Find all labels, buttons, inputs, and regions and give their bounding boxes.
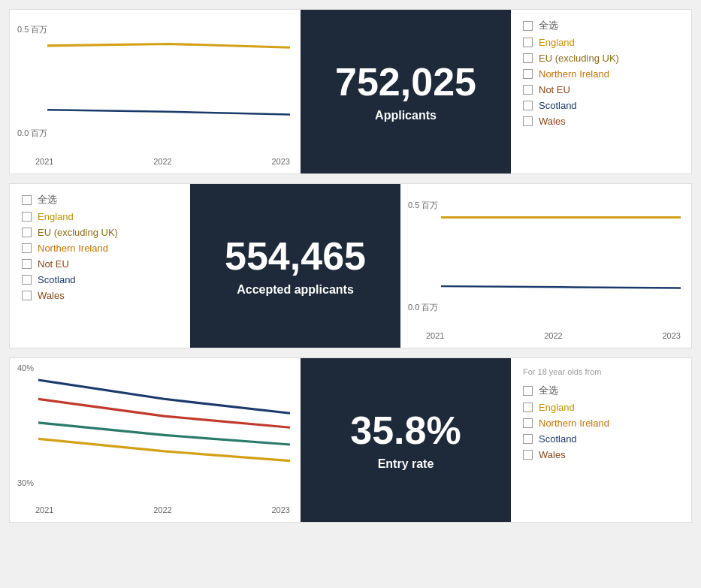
- legend-scotland-2[interactable]: Scotland: [22, 274, 178, 285]
- label-select-all-1: 全选: [539, 19, 558, 32]
- chart-area-2: 0.5 百万 0.0 百万: [408, 185, 681, 330]
- label-not-eu-1: Not EU: [539, 84, 570, 95]
- checkbox-northern-ireland-1[interactable]: [523, 69, 533, 79]
- legend-eu-1[interactable]: EU (excluding UK): [523, 53, 679, 64]
- stat-number-3: 35.8%: [350, 409, 461, 452]
- x-label-2023-1: 2023: [272, 157, 290, 166]
- legend-not-eu-1[interactable]: Not EU: [523, 84, 679, 95]
- label-wales-1: Wales: [539, 116, 566, 127]
- legend-england-2[interactable]: England: [22, 211, 178, 222]
- checkbox-wales-1[interactable]: [523, 116, 533, 126]
- y-label-low-2: 0.0 百万: [408, 302, 438, 313]
- checkbox-scotland-3[interactable]: [523, 434, 533, 444]
- x-label-2021-2: 2021: [426, 331, 444, 340]
- stat-number-2: 554,465: [225, 235, 366, 278]
- x-label-2022-2: 2022: [544, 331, 562, 340]
- x-label-2022-1: 2022: [153, 157, 171, 166]
- for-label-3: For 18 year olds from: [523, 367, 679, 376]
- legend-northern-ireland-3[interactable]: Northern Ireland: [523, 418, 679, 429]
- label-select-all-2: 全选: [38, 193, 57, 207]
- legend-select-all-3[interactable]: 全选: [523, 384, 679, 397]
- y-label-low-3: 30%: [17, 478, 34, 487]
- label-northern-ireland-2: Northern Ireland: [38, 243, 108, 254]
- x-labels-2: 2021 2022 2023: [408, 330, 681, 340]
- legend-northern-ireland-2[interactable]: Northern Ireland: [22, 243, 178, 254]
- legend-wales-2[interactable]: Wales: [22, 290, 178, 301]
- legend-wales-3[interactable]: Wales: [523, 449, 679, 460]
- y-label-high-2: 0.5 百万: [408, 200, 438, 211]
- chart-panel-1: 0.5 百万 0.0 百万 2021 2022 2023: [10, 10, 301, 173]
- checkbox-eu-1[interactable]: [523, 53, 533, 63]
- legend-scotland-1[interactable]: Scotland: [523, 100, 679, 111]
- stat-label-3: Entry rate: [378, 457, 434, 471]
- checkbox-wales-2[interactable]: [22, 291, 32, 300]
- legend-england-1[interactable]: England: [523, 37, 679, 48]
- checkbox-northern-ireland-2[interactable]: [22, 243, 32, 253]
- legend-scotland-3[interactable]: Scotland: [523, 433, 679, 445]
- label-wales-2: Wales: [38, 290, 65, 301]
- card-applicants: 0.5 百万 0.0 百万 2021 2022 2023 752,025 App…: [9, 9, 692, 174]
- chart-svg-1: [47, 9, 290, 155]
- checkbox-select-all-3[interactable]: [523, 386, 533, 396]
- legend-panel-3: For 18 year olds from 全选 England Norther…: [511, 358, 691, 522]
- stat-label-1: Applicants: [375, 109, 437, 122]
- x-label-2023-2: 2023: [663, 331, 681, 340]
- legend-wales-1[interactable]: Wales: [523, 116, 679, 127]
- checkbox-not-eu-2[interactable]: [22, 259, 32, 269]
- label-england-2: England: [38, 211, 74, 222]
- legend-northern-ireland-1[interactable]: Northern Ireland: [523, 68, 679, 80]
- stat-panel-2: 554,465 Accepted applicants: [190, 184, 400, 348]
- checkbox-england-3[interactable]: [523, 403, 533, 412]
- label-eu-1: EU (excluding UK): [539, 53, 619, 64]
- label-scotland-3: Scotland: [539, 433, 577, 445]
- chart-area-3: 40% 30%: [17, 351, 290, 504]
- legend-select-all-1[interactable]: 全选: [523, 19, 679, 32]
- checkbox-not-eu-1[interactable]: [523, 85, 533, 95]
- label-england-3: England: [539, 402, 575, 413]
- label-select-all-3: 全选: [539, 384, 558, 397]
- x-label-2021-3: 2021: [35, 505, 53, 514]
- checkbox-england-1[interactable]: [523, 38, 533, 47]
- stat-panel-3: 35.8% Entry rate: [301, 358, 511, 522]
- legend-select-all-2[interactable]: 全选: [22, 193, 178, 207]
- stat-label-2: Accepted applicants: [237, 283, 354, 297]
- x-labels-3: 2021 2022 2023: [17, 504, 290, 514]
- x-label-2021-1: 2021: [35, 157, 53, 166]
- checkbox-scotland-2[interactable]: [22, 275, 32, 285]
- checkbox-northern-ireland-3[interactable]: [523, 418, 533, 428]
- checkbox-scotland-1[interactable]: [523, 101, 533, 110]
- card-entry-rate: 40% 30% 2021 2022 2023 35.8% Entry rate …: [9, 357, 692, 523]
- chart-area-1: 0.5 百万 0.0 百万: [17, 9, 290, 155]
- chart-svg-3: [38, 351, 290, 504]
- label-scotland-1: Scotland: [539, 100, 577, 111]
- y-label-high-3: 40%: [17, 363, 34, 372]
- label-england-1: England: [539, 37, 575, 48]
- checkbox-select-all-2[interactable]: [22, 195, 32, 205]
- label-not-eu-2: Not EU: [38, 258, 69, 270]
- chart-panel-2: 0.5 百万 0.0 百万 2021 2022 2023: [400, 184, 691, 348]
- y-label-high-1: 0.5 百万: [17, 24, 47, 35]
- chart-svg-2: [441, 185, 681, 330]
- y-label-low-1: 0.0 百万: [17, 128, 47, 139]
- card-accepted: 全选 England EU (excluding UK) Northern Ir…: [9, 183, 692, 348]
- x-labels-1: 2021 2022 2023: [17, 155, 290, 166]
- legend-panel-1: 全选 England EU (excluding UK) Northern Ir…: [511, 10, 691, 173]
- stat-number-1: 752,025: [335, 61, 476, 104]
- label-scotland-2: Scotland: [38, 274, 76, 285]
- legend-not-eu-2[interactable]: Not EU: [22, 258, 178, 270]
- label-wales-3: Wales: [539, 449, 566, 460]
- checkbox-england-2[interactable]: [22, 212, 32, 222]
- legend-england-3[interactable]: England: [523, 402, 679, 413]
- label-eu-2: EU (excluding UK): [38, 227, 118, 238]
- legend-panel-2: 全选 England EU (excluding UK) Northern Ir…: [10, 184, 190, 348]
- x-label-2023-3: 2023: [272, 505, 290, 514]
- label-northern-ireland-1: Northern Ireland: [539, 68, 609, 80]
- checkbox-select-all-1[interactable]: [523, 21, 533, 31]
- checkbox-wales-3[interactable]: [523, 450, 533, 460]
- checkbox-eu-2[interactable]: [22, 228, 32, 237]
- legend-eu-2[interactable]: EU (excluding UK): [22, 227, 178, 238]
- label-northern-ireland-3: Northern Ireland: [539, 418, 609, 429]
- stat-panel-1: 752,025 Applicants: [301, 10, 511, 173]
- chart-panel-3: 40% 30% 2021 2022 2023: [10, 358, 301, 522]
- x-label-2022-3: 2022: [153, 505, 171, 514]
